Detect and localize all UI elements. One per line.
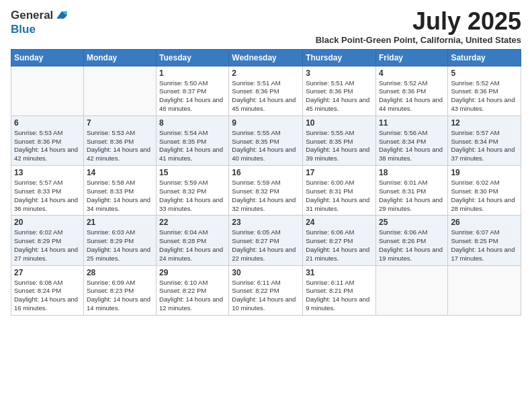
sunrise: Sunrise: 5:55 AM — [306, 129, 354, 136]
sunrise: Sunrise: 5:50 AM — [159, 79, 208, 87]
sunset: Sunset: 8:27 PM — [306, 237, 353, 244]
day-number: 10 — [306, 118, 373, 128]
day-info: Sunrise: 5:55 AMSunset: 8:35 PMDaylight:… — [306, 129, 373, 163]
daylight: Daylight: 14 hours and 32 minutes. — [232, 196, 296, 212]
sunrise: Sunrise: 5:59 AM — [159, 179, 208, 186]
table-row: 6Sunrise: 5:53 AMSunset: 8:36 PMDaylight… — [11, 116, 84, 165]
daylight: Daylight: 14 hours and 29 minutes. — [379, 196, 443, 212]
table-row: 18Sunrise: 6:01 AMSunset: 8:31 PMDayligh… — [375, 166, 447, 216]
daylight: Daylight: 14 hours and 36 minutes. — [14, 196, 78, 212]
day-info: Sunrise: 5:58 AMSunset: 8:33 PMDaylight:… — [87, 179, 153, 213]
sunset: Sunset: 8:32 PM — [232, 187, 279, 195]
sunset: Sunset: 8:35 PM — [159, 138, 206, 145]
sunset: Sunset: 8:31 PM — [306, 187, 353, 195]
daylight: Daylight: 14 hours and 46 minutes. — [159, 96, 223, 112]
sunrise: Sunrise: 5:55 AM — [232, 129, 280, 136]
day-number: 25 — [379, 218, 445, 227]
calendar-week-row: 27Sunrise: 6:08 AMSunset: 8:24 PMDayligh… — [11, 265, 521, 315]
day-number: 30 — [232, 268, 300, 277]
day-info: Sunrise: 6:05 AMSunset: 8:27 PMDaylight:… — [232, 228, 300, 263]
sunrise: Sunrise: 6:09 AM — [87, 279, 135, 286]
table-row: 16Sunrise: 5:59 AMSunset: 8:32 PMDayligh… — [229, 166, 303, 216]
col-friday: Friday — [375, 49, 447, 66]
daylight: Daylight: 14 hours and 27 minutes. — [14, 246, 78, 262]
sunrise: Sunrise: 5:57 AM — [14, 179, 62, 186]
col-thursday: Thursday — [303, 49, 376, 66]
day-info: Sunrise: 5:56 AMSunset: 8:34 PMDaylight:… — [379, 129, 445, 163]
table-row: 30Sunrise: 6:11 AMSunset: 8:22 PMDayligh… — [229, 265, 303, 315]
table-row: 2Sunrise: 5:51 AMSunset: 8:36 PMDaylight… — [229, 66, 303, 116]
day-number: 13 — [14, 168, 81, 177]
day-number: 2 — [232, 68, 300, 78]
logo-icon — [54, 8, 69, 23]
day-info: Sunrise: 5:54 AMSunset: 8:35 PMDaylight:… — [159, 129, 226, 163]
sunrise: Sunrise: 5:59 AM — [232, 179, 280, 186]
daylight: Daylight: 14 hours and 19 minutes. — [379, 246, 443, 262]
day-number: 15 — [159, 168, 226, 177]
location-title: Black Point-Green Point, California, Uni… — [316, 35, 521, 45]
col-wednesday: Wednesday — [229, 49, 303, 66]
table-row: 4Sunrise: 5:52 AMSunset: 8:36 PMDaylight… — [375, 66, 447, 116]
day-number: 31 — [306, 268, 373, 277]
day-info: Sunrise: 5:51 AMSunset: 8:36 PMDaylight:… — [306, 79, 373, 113]
day-info: Sunrise: 6:06 AMSunset: 8:27 PMDaylight:… — [306, 228, 373, 263]
day-info: Sunrise: 5:57 AMSunset: 8:34 PMDaylight:… — [451, 129, 518, 163]
table-row: 26Sunrise: 6:07 AMSunset: 8:25 PMDayligh… — [448, 216, 521, 265]
calendar-week-row: 1Sunrise: 5:50 AMSunset: 8:37 PMDaylight… — [11, 66, 521, 116]
calendar-table: Sunday Monday Tuesday Wednesday Thursday… — [11, 49, 521, 316]
daylight: Daylight: 14 hours and 37 minutes. — [451, 146, 515, 162]
daylight: Daylight: 14 hours and 21 minutes. — [306, 246, 369, 262]
sunrise: Sunrise: 6:07 AM — [451, 228, 499, 236]
sunrise: Sunrise: 6:11 AM — [232, 279, 280, 286]
daylight: Daylight: 14 hours and 10 minutes. — [232, 295, 296, 312]
table-row: 3Sunrise: 5:51 AMSunset: 8:36 PMDaylight… — [303, 66, 376, 116]
calendar-week-row: 20Sunrise: 6:02 AMSunset: 8:29 PMDayligh… — [11, 216, 521, 265]
daylight: Daylight: 14 hours and 22 minutes. — [232, 246, 296, 262]
sunrise: Sunrise: 6:04 AM — [159, 228, 208, 236]
table-row: 29Sunrise: 6:10 AMSunset: 8:22 PMDayligh… — [157, 265, 229, 315]
day-number: 18 — [379, 168, 445, 177]
sunrise: Sunrise: 6:01 AM — [379, 179, 427, 186]
daylight: Daylight: 14 hours and 39 minutes. — [306, 146, 369, 162]
sunrise: Sunrise: 6:11 AM — [306, 279, 354, 286]
sunset: Sunset: 8:33 PM — [87, 187, 134, 195]
day-info: Sunrise: 6:03 AMSunset: 8:29 PMDaylight:… — [87, 228, 153, 263]
col-monday: Monday — [83, 49, 156, 66]
sunset: Sunset: 8:35 PM — [232, 138, 279, 145]
table-row: 8Sunrise: 5:54 AMSunset: 8:35 PMDaylight… — [157, 116, 229, 165]
sunset: Sunset: 8:25 PM — [451, 237, 498, 244]
day-number: 3 — [306, 68, 373, 78]
day-info: Sunrise: 5:51 AMSunset: 8:36 PMDaylight:… — [232, 79, 300, 113]
sunset: Sunset: 8:22 PM — [232, 287, 279, 294]
day-info: Sunrise: 6:11 AMSunset: 8:22 PMDaylight:… — [232, 279, 300, 313]
sunrise: Sunrise: 6:08 AM — [14, 279, 62, 286]
day-info: Sunrise: 5:52 AMSunset: 8:36 PMDaylight:… — [379, 79, 445, 113]
sunset: Sunset: 8:36 PM — [87, 138, 134, 145]
table-row: 23Sunrise: 6:05 AMSunset: 8:27 PMDayligh… — [229, 216, 303, 265]
daylight: Daylight: 14 hours and 33 minutes. — [159, 196, 223, 212]
sunrise: Sunrise: 5:52 AM — [379, 79, 427, 87]
sunset: Sunset: 8:32 PM — [159, 187, 206, 195]
sunrise: Sunrise: 6:06 AM — [379, 228, 427, 236]
day-number: 14 — [87, 168, 153, 177]
daylight: Daylight: 14 hours and 25 minutes. — [87, 246, 150, 262]
header: General Blue July 2025 Black Point-Green… — [11, 8, 521, 45]
daylight: Daylight: 14 hours and 42 minutes. — [14, 146, 78, 162]
day-number: 21 — [87, 218, 153, 227]
daylight: Daylight: 14 hours and 44 minutes. — [379, 96, 443, 112]
sunrise: Sunrise: 5:52 AM — [451, 79, 499, 87]
day-number: 5 — [451, 68, 518, 78]
day-info: Sunrise: 6:07 AMSunset: 8:25 PMDaylight:… — [451, 228, 518, 263]
sunrise: Sunrise: 5:51 AM — [232, 79, 280, 87]
sunset: Sunset: 8:30 PM — [451, 187, 498, 195]
daylight: Daylight: 14 hours and 45 minutes. — [306, 96, 369, 112]
day-info: Sunrise: 6:00 AMSunset: 8:31 PMDaylight:… — [306, 179, 373, 213]
day-number: 20 — [14, 218, 81, 227]
day-info: Sunrise: 6:10 AMSunset: 8:22 PMDaylight:… — [159, 279, 226, 313]
day-number: 24 — [306, 218, 373, 227]
page: General Blue July 2025 Black Point-Green… — [0, 0, 532, 411]
daylight: Daylight: 14 hours and 17 minutes. — [451, 246, 515, 262]
day-info: Sunrise: 5:53 AMSunset: 8:36 PMDaylight:… — [14, 129, 81, 163]
day-number: 28 — [87, 268, 153, 277]
sunrise: Sunrise: 6:05 AM — [232, 228, 280, 236]
